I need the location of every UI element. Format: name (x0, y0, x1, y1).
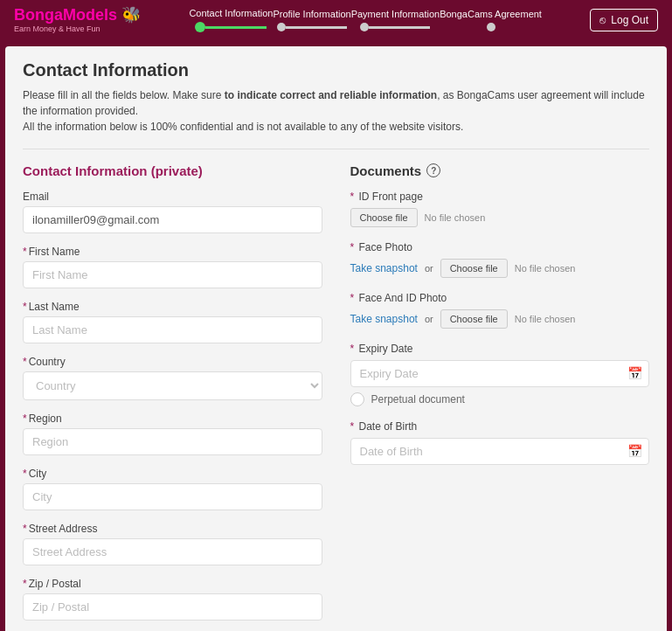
step-line-1 (205, 26, 267, 29)
help-icon[interactable]: ? (426, 163, 440, 177)
street-input[interactable] (23, 538, 322, 565)
last-name-input[interactable] (23, 316, 322, 343)
logout-label: Log Out (611, 14, 648, 26)
logo-text: BongaModels 🐝 (14, 7, 141, 24)
country-label: *Country (23, 356, 322, 368)
field-street: *Street Address (23, 523, 322, 565)
id-front-choose-file[interactable]: Choose file (350, 208, 418, 227)
step-profile-dot (277, 23, 286, 31)
logout-button[interactable]: ⎋ Log Out (590, 9, 658, 31)
info-banner: Please fill in all the fields below. Mak… (23, 87, 649, 135)
doc-dob: * Date of Birth 📅 (350, 420, 650, 465)
required-star: * (23, 246, 27, 258)
zip-input[interactable] (23, 593, 322, 621)
main-content: Contact Information Please fill in all t… (5, 46, 667, 631)
step-line-3 (369, 26, 430, 29)
expiry-date-label: * Expiry Date (350, 343, 650, 355)
expiry-date-wrap: 📅 (350, 360, 650, 387)
email-input[interactable] (23, 206, 322, 233)
perpetual-row: Perpetual document (350, 392, 650, 406)
id-front-file-row: Choose file No file chosen (350, 208, 650, 227)
face-photo-snapshot-btn[interactable]: Take snapshot (350, 262, 418, 274)
step-payment-dot (360, 23, 369, 31)
form-layout: Contact Information (private) Email *Fir… (23, 163, 649, 631)
dob-input[interactable] (350, 438, 650, 465)
last-name-label: *Last Name (23, 301, 322, 313)
dob-label: * Date of Birth (350, 420, 650, 433)
field-region: *Region (23, 413, 322, 455)
step-contact-dot (195, 22, 205, 32)
city-label: *City (23, 468, 322, 480)
step-profile[interactable]: Profile Information (273, 9, 350, 31)
dob-wrap: 📅 (350, 438, 650, 465)
step-agreement-label: BongaCams Agreement (440, 9, 542, 19)
step-contact[interactable]: Contact Information (189, 8, 273, 32)
face-id-photo-label: * Face And ID Photo (350, 292, 650, 304)
step-profile-label: Profile Information (273, 9, 350, 19)
perpetual-label: Perpetual document (371, 393, 465, 406)
face-id-snapshot-btn[interactable]: Take snapshot (350, 313, 418, 325)
face-id-or: or (425, 314, 433, 324)
field-first-name: *First Name (23, 246, 322, 288)
step-payment-label: Payment Information (351, 9, 440, 19)
doc-face-id-photo: * Face And ID Photo Take snapshot or Cho… (350, 292, 650, 329)
region-input[interactable] (23, 428, 322, 455)
field-country: *Country Country (23, 356, 322, 400)
face-photo-choose-file[interactable]: Choose file (440, 259, 508, 278)
face-photo-label: * Face Photo (350, 241, 650, 253)
step-contact-label: Contact Information (189, 8, 273, 18)
contact-section-title: Contact Information (private) (23, 163, 322, 178)
email-label: Email (23, 191, 322, 203)
city-input[interactable] (23, 483, 322, 510)
step-payment[interactable]: Payment Information (351, 9, 440, 31)
right-column: Documents ? * ID Front page Choose file … (350, 163, 650, 631)
face-id-no-file: No file chosen (515, 314, 576, 324)
header: BongaModels 🐝 Earn Money & Have Fun Cont… (0, 0, 672, 41)
logo: BongaModels 🐝 Earn Money & Have Fun (14, 7, 141, 34)
id-front-no-file: No file chosen (425, 212, 486, 223)
docs-section-title: Documents ? (350, 163, 650, 178)
field-last-name: *Last Name (23, 301, 322, 343)
doc-expiry-date: * Expiry Date 📅 Perpetual document (350, 343, 650, 406)
field-city: *City (23, 468, 322, 510)
field-email: Email (23, 191, 322, 233)
doc-id-front: * ID Front page Choose file No file chos… (350, 191, 650, 227)
face-id-photo-file-row: Take snapshot or Choose file No file cho… (350, 309, 650, 329)
step-agreement[interactable]: BongaCams Agreement (440, 9, 542, 31)
zip-label: *Zip / Postal (23, 578, 322, 590)
face-photo-or: or (425, 263, 433, 274)
section-divider (23, 149, 649, 149)
face-id-choose-file[interactable]: Choose file (440, 309, 508, 329)
region-label: *Region (23, 413, 322, 425)
field-zip: *Zip / Postal (23, 578, 322, 621)
street-label: *Street Address (23, 523, 322, 535)
face-photo-file-row: Take snapshot or Choose file No file cho… (350, 259, 650, 278)
step-line-2 (286, 26, 347, 29)
id-front-label: * ID Front page (350, 191, 650, 203)
perpetual-checkbox[interactable] (350, 392, 364, 406)
page-title: Contact Information (23, 60, 649, 80)
step-agreement-dot (487, 23, 495, 31)
first-name-input[interactable] (23, 261, 322, 288)
left-column: Contact Information (private) Email *Fir… (23, 163, 322, 631)
nav-steps: Contact Information Profile Information … (162, 8, 569, 32)
face-photo-no-file: No file chosen (515, 263, 576, 274)
first-name-label: *First Name (23, 246, 322, 258)
logo-sub: Earn Money & Have Fun (14, 24, 141, 34)
expiry-date-input[interactable] (350, 360, 650, 387)
doc-face-photo: * Face Photo Take snapshot or Choose fil… (350, 241, 650, 278)
country-select[interactable]: Country (23, 371, 322, 400)
logout-icon: ⎋ (599, 14, 606, 26)
